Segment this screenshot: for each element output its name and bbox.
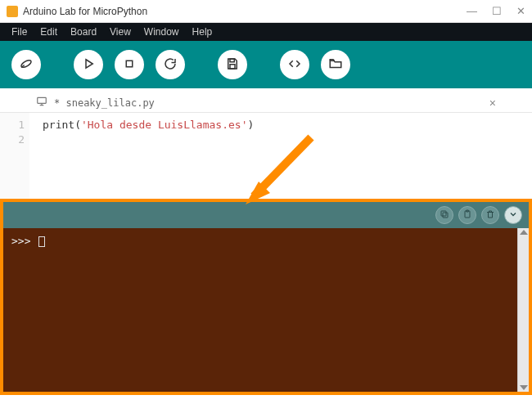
repl-paste-button[interactable]	[458, 206, 476, 224]
tab-close-button[interactable]: ×	[489, 97, 496, 110]
repl-header	[3, 202, 529, 228]
menu-help[interactable]: Help	[186, 26, 219, 38]
svg-rect-10	[441, 211, 446, 216]
repl-scrollbar[interactable]	[517, 228, 529, 392]
repl-copy-button[interactable]	[435, 206, 453, 224]
save-icon	[225, 56, 240, 74]
connect-button[interactable]	[11, 50, 41, 79]
reset-button[interactable]	[156, 50, 185, 79]
window-maximize-button[interactable]: ☐	[492, 5, 502, 17]
repl-terminal[interactable]: >>>	[3, 228, 529, 392]
menu-file[interactable]: File	[5, 26, 34, 38]
code-button[interactable]	[280, 50, 309, 79]
copy-icon	[440, 209, 449, 222]
code-string: 'Hola desde LuisLlamas.es'	[81, 119, 248, 131]
line-number: 2	[0, 132, 25, 147]
repl-cursor	[38, 236, 45, 247]
code-editor[interactable]: 1 2 print('Hola desde LuisLlamas.es')	[0, 113, 532, 199]
code-content[interactable]: print('Hola desde LuisLlamas.es')	[29, 113, 260, 199]
paste-icon	[462, 209, 472, 222]
save-button[interactable]	[218, 50, 247, 79]
tab-filename: sneaky_lilac.py	[65, 97, 154, 109]
scroll-up-icon	[520, 230, 528, 235]
trash-icon	[485, 209, 495, 222]
window-close-button[interactable]: ✕	[516, 5, 525, 17]
toolbar	[0, 41, 532, 88]
window-titlebar: Arduino Lab for MicroPython — ☐ ✕	[0, 0, 532, 23]
svg-rect-4	[230, 59, 234, 62]
chevron-down-icon	[508, 209, 518, 222]
line-number: 1	[0, 118, 25, 132]
monitor-icon	[36, 96, 47, 110]
window-title: Arduino Lab for MicroPython	[23, 6, 467, 17]
code-paren: (	[74, 119, 81, 131]
app-icon	[7, 6, 18, 17]
stop-button[interactable]	[115, 50, 144, 79]
code-paren: )	[247, 119, 254, 131]
footer	[0, 395, 532, 410]
code-function: print	[43, 119, 74, 131]
svg-rect-9	[443, 213, 448, 218]
menu-edit[interactable]: Edit	[34, 26, 64, 38]
scroll-down-icon	[520, 385, 528, 390]
repl-collapse-button[interactable]	[504, 206, 522, 224]
folder-icon	[328, 56, 343, 74]
menu-window[interactable]: Window	[138, 26, 186, 38]
run-button[interactable]	[74, 50, 103, 79]
code-icon	[287, 56, 302, 74]
window-minimize-button[interactable]: —	[467, 5, 477, 17]
menubar: File Edit Board View Window Help	[0, 23, 532, 41]
tab-bar: * sneaky_lilac.py ×	[0, 88, 532, 113]
repl-prompt: >>>	[11, 235, 30, 247]
stop-icon	[122, 56, 137, 74]
tab-modified-marker: *	[54, 97, 60, 109]
svg-marker-2	[86, 59, 92, 68]
window-controls: — ☐ ✕	[467, 5, 525, 17]
refresh-icon	[163, 56, 178, 74]
plug-icon	[19, 56, 34, 74]
tab-label[interactable]: * sneaky_lilac.py	[54, 97, 489, 109]
svg-rect-6	[38, 97, 47, 103]
menu-board[interactable]: Board	[64, 26, 103, 38]
line-gutter: 1 2	[0, 113, 29, 199]
svg-rect-5	[230, 64, 235, 68]
repl-panel: >>>	[0, 199, 532, 395]
svg-rect-3	[126, 61, 133, 67]
menu-view[interactable]: View	[103, 26, 138, 38]
open-button[interactable]	[321, 50, 350, 79]
play-icon	[81, 56, 96, 74]
repl-clear-button[interactable]	[481, 206, 499, 224]
